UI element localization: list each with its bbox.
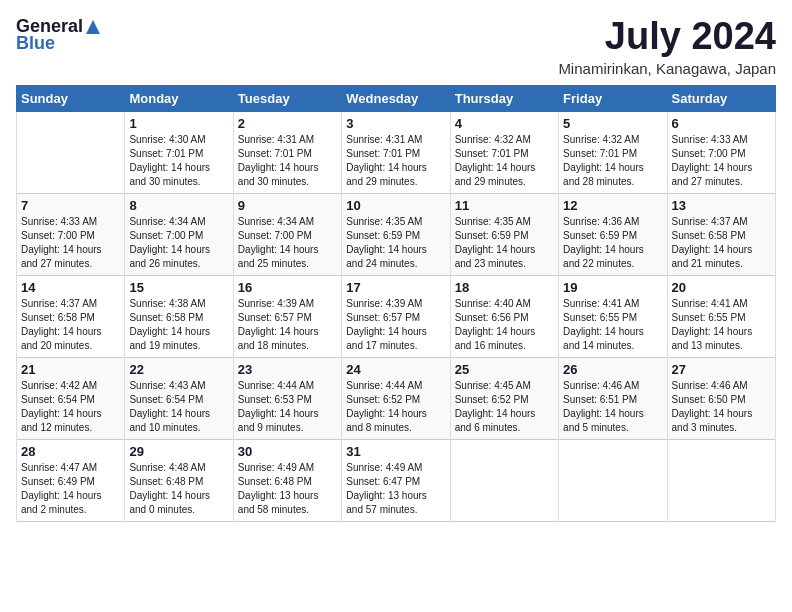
cell-info: Sunrise: 4:39 AMSunset: 6:57 PMDaylight:…: [346, 297, 445, 353]
page-header: General Blue July 2024 Minamirinkan, Kan…: [16, 16, 776, 77]
calendar-cell: 8Sunrise: 4:34 AMSunset: 7:00 PMDaylight…: [125, 193, 233, 275]
calendar-cell: 16Sunrise: 4:39 AMSunset: 6:57 PMDayligh…: [233, 275, 341, 357]
day-number: 6: [672, 116, 771, 131]
header-tuesday: Tuesday: [233, 85, 341, 111]
calendar-header-row: SundayMondayTuesdayWednesdayThursdayFrid…: [17, 85, 776, 111]
calendar-cell: 2Sunrise: 4:31 AMSunset: 7:01 PMDaylight…: [233, 111, 341, 193]
calendar-cell: 23Sunrise: 4:44 AMSunset: 6:53 PMDayligh…: [233, 357, 341, 439]
location-title: Minamirinkan, Kanagawa, Japan: [558, 60, 776, 77]
calendar-cell: 17Sunrise: 4:39 AMSunset: 6:57 PMDayligh…: [342, 275, 450, 357]
cell-info: Sunrise: 4:49 AMSunset: 6:48 PMDaylight:…: [238, 461, 337, 517]
header-monday: Monday: [125, 85, 233, 111]
cell-info: Sunrise: 4:41 AMSunset: 6:55 PMDaylight:…: [563, 297, 662, 353]
day-number: 15: [129, 280, 228, 295]
calendar-cell: 3Sunrise: 4:31 AMSunset: 7:01 PMDaylight…: [342, 111, 450, 193]
day-number: 8: [129, 198, 228, 213]
cell-info: Sunrise: 4:31 AMSunset: 7:01 PMDaylight:…: [346, 133, 445, 189]
calendar-cell: 25Sunrise: 4:45 AMSunset: 6:52 PMDayligh…: [450, 357, 558, 439]
cell-info: Sunrise: 4:35 AMSunset: 6:59 PMDaylight:…: [346, 215, 445, 271]
day-number: 3: [346, 116, 445, 131]
calendar-cell: 21Sunrise: 4:42 AMSunset: 6:54 PMDayligh…: [17, 357, 125, 439]
cell-info: Sunrise: 4:46 AMSunset: 6:50 PMDaylight:…: [672, 379, 771, 435]
calendar-cell: 14Sunrise: 4:37 AMSunset: 6:58 PMDayligh…: [17, 275, 125, 357]
cell-info: Sunrise: 4:45 AMSunset: 6:52 PMDaylight:…: [455, 379, 554, 435]
calendar-cell: [17, 111, 125, 193]
cell-info: Sunrise: 4:37 AMSunset: 6:58 PMDaylight:…: [21, 297, 120, 353]
calendar-cell: 1Sunrise: 4:30 AMSunset: 7:01 PMDaylight…: [125, 111, 233, 193]
day-number: 27: [672, 362, 771, 377]
cell-info: Sunrise: 4:34 AMSunset: 7:00 PMDaylight:…: [238, 215, 337, 271]
cell-info: Sunrise: 4:46 AMSunset: 6:51 PMDaylight:…: [563, 379, 662, 435]
header-wednesday: Wednesday: [342, 85, 450, 111]
calendar-cell: 29Sunrise: 4:48 AMSunset: 6:48 PMDayligh…: [125, 439, 233, 521]
cell-info: Sunrise: 4:38 AMSunset: 6:58 PMDaylight:…: [129, 297, 228, 353]
calendar-cell: 27Sunrise: 4:46 AMSunset: 6:50 PMDayligh…: [667, 357, 775, 439]
calendar-cell: 4Sunrise: 4:32 AMSunset: 7:01 PMDaylight…: [450, 111, 558, 193]
cell-info: Sunrise: 4:37 AMSunset: 6:58 PMDaylight:…: [672, 215, 771, 271]
calendar-cell: 19Sunrise: 4:41 AMSunset: 6:55 PMDayligh…: [559, 275, 667, 357]
day-number: 10: [346, 198, 445, 213]
cell-info: Sunrise: 4:33 AMSunset: 7:00 PMDaylight:…: [21, 215, 120, 271]
cell-info: Sunrise: 4:44 AMSunset: 6:52 PMDaylight:…: [346, 379, 445, 435]
header-friday: Friday: [559, 85, 667, 111]
calendar-cell: 24Sunrise: 4:44 AMSunset: 6:52 PMDayligh…: [342, 357, 450, 439]
day-number: 19: [563, 280, 662, 295]
cell-info: Sunrise: 4:36 AMSunset: 6:59 PMDaylight:…: [563, 215, 662, 271]
title-block: July 2024 Minamirinkan, Kanagawa, Japan: [558, 16, 776, 77]
calendar-cell: 26Sunrise: 4:46 AMSunset: 6:51 PMDayligh…: [559, 357, 667, 439]
calendar-week-row: 21Sunrise: 4:42 AMSunset: 6:54 PMDayligh…: [17, 357, 776, 439]
cell-info: Sunrise: 4:30 AMSunset: 7:01 PMDaylight:…: [129, 133, 228, 189]
day-number: 16: [238, 280, 337, 295]
header-sunday: Sunday: [17, 85, 125, 111]
calendar-week-row: 28Sunrise: 4:47 AMSunset: 6:49 PMDayligh…: [17, 439, 776, 521]
calendar-cell: 7Sunrise: 4:33 AMSunset: 7:00 PMDaylight…: [17, 193, 125, 275]
calendar-cell: 12Sunrise: 4:36 AMSunset: 6:59 PMDayligh…: [559, 193, 667, 275]
logo-blue: Blue: [16, 33, 55, 54]
day-number: 13: [672, 198, 771, 213]
header-saturday: Saturday: [667, 85, 775, 111]
calendar-week-row: 14Sunrise: 4:37 AMSunset: 6:58 PMDayligh…: [17, 275, 776, 357]
calendar-cell: [450, 439, 558, 521]
cell-info: Sunrise: 4:42 AMSunset: 6:54 PMDaylight:…: [21, 379, 120, 435]
calendar-cell: 13Sunrise: 4:37 AMSunset: 6:58 PMDayligh…: [667, 193, 775, 275]
day-number: 21: [21, 362, 120, 377]
day-number: 31: [346, 444, 445, 459]
calendar-cell: 22Sunrise: 4:43 AMSunset: 6:54 PMDayligh…: [125, 357, 233, 439]
cell-info: Sunrise: 4:41 AMSunset: 6:55 PMDaylight:…: [672, 297, 771, 353]
calendar-week-row: 7Sunrise: 4:33 AMSunset: 7:00 PMDaylight…: [17, 193, 776, 275]
cell-info: Sunrise: 4:39 AMSunset: 6:57 PMDaylight:…: [238, 297, 337, 353]
day-number: 11: [455, 198, 554, 213]
calendar-cell: [559, 439, 667, 521]
calendar-cell: 9Sunrise: 4:34 AMSunset: 7:00 PMDaylight…: [233, 193, 341, 275]
svg-marker-0: [86, 20, 100, 34]
calendar-cell: 10Sunrise: 4:35 AMSunset: 6:59 PMDayligh…: [342, 193, 450, 275]
day-number: 28: [21, 444, 120, 459]
day-number: 26: [563, 362, 662, 377]
cell-info: Sunrise: 4:49 AMSunset: 6:47 PMDaylight:…: [346, 461, 445, 517]
calendar-cell: 15Sunrise: 4:38 AMSunset: 6:58 PMDayligh…: [125, 275, 233, 357]
day-number: 12: [563, 198, 662, 213]
cell-info: Sunrise: 4:43 AMSunset: 6:54 PMDaylight:…: [129, 379, 228, 435]
calendar-cell: 30Sunrise: 4:49 AMSunset: 6:48 PMDayligh…: [233, 439, 341, 521]
calendar-cell: 6Sunrise: 4:33 AMSunset: 7:00 PMDaylight…: [667, 111, 775, 193]
day-number: 20: [672, 280, 771, 295]
day-number: 25: [455, 362, 554, 377]
cell-info: Sunrise: 4:35 AMSunset: 6:59 PMDaylight:…: [455, 215, 554, 271]
calendar-cell: 5Sunrise: 4:32 AMSunset: 7:01 PMDaylight…: [559, 111, 667, 193]
calendar-cell: [667, 439, 775, 521]
calendar-week-row: 1Sunrise: 4:30 AMSunset: 7:01 PMDaylight…: [17, 111, 776, 193]
logo: General Blue: [16, 16, 103, 54]
day-number: 23: [238, 362, 337, 377]
cell-info: Sunrise: 4:32 AMSunset: 7:01 PMDaylight:…: [455, 133, 554, 189]
header-thursday: Thursday: [450, 85, 558, 111]
calendar-cell: 11Sunrise: 4:35 AMSunset: 6:59 PMDayligh…: [450, 193, 558, 275]
calendar-cell: 31Sunrise: 4:49 AMSunset: 6:47 PMDayligh…: [342, 439, 450, 521]
cell-info: Sunrise: 4:44 AMSunset: 6:53 PMDaylight:…: [238, 379, 337, 435]
day-number: 30: [238, 444, 337, 459]
logo-icon: [84, 18, 102, 36]
calendar-cell: 20Sunrise: 4:41 AMSunset: 6:55 PMDayligh…: [667, 275, 775, 357]
day-number: 18: [455, 280, 554, 295]
day-number: 2: [238, 116, 337, 131]
day-number: 5: [563, 116, 662, 131]
day-number: 14: [21, 280, 120, 295]
